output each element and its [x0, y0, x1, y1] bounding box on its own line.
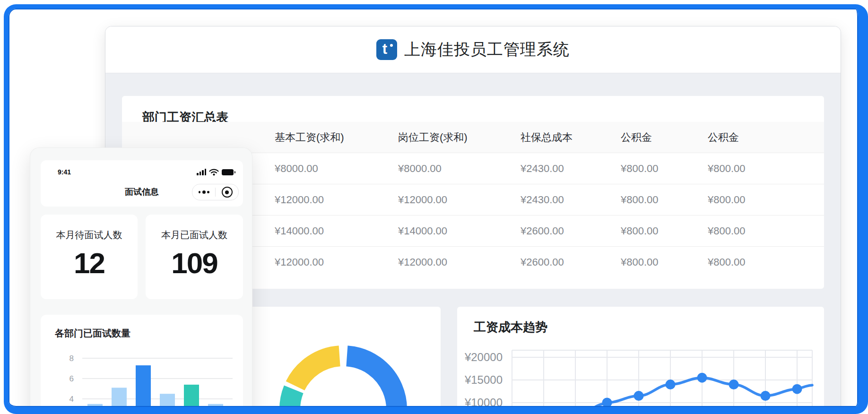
cellular-signal-icon — [197, 169, 206, 175]
department-bar-chart: 864 — [41, 315, 243, 414]
window-title: 上海佳投员工管理系统 — [404, 39, 570, 60]
close-button[interactable] — [216, 184, 238, 200]
table-cell: ¥12000.00 — [275, 184, 324, 215]
table-cell: ¥12000.00 — [275, 247, 324, 277]
stat-value: 109 — [146, 246, 243, 280]
more-button[interactable] — [192, 184, 215, 200]
table-cell: ¥8000.00 — [275, 153, 318, 184]
logo-dot — [390, 44, 393, 47]
table-cell: ¥14000.00 — [398, 216, 447, 246]
table-cell: ¥800.00 — [621, 184, 659, 215]
stat-label: 本月已面试人数 — [146, 229, 243, 242]
column-header: 公积金 — [621, 122, 652, 153]
table-cell: ¥800.00 — [708, 153, 746, 184]
column-header: 基本工资(求和) — [275, 122, 344, 153]
table-cell: ¥800.00 — [708, 247, 746, 277]
column-header: 岗位工资(求和) — [398, 122, 468, 153]
table-cell: ¥2430.00 — [521, 184, 564, 215]
more-dots-icon — [199, 190, 209, 194]
table-cell: ¥2600.00 — [521, 247, 564, 277]
table-cell: ¥800.00 — [708, 216, 746, 246]
table-cell: ¥14000.00 — [275, 216, 324, 246]
table-cell: ¥12000.00 — [398, 247, 447, 277]
svg-text:4: 4 — [69, 395, 74, 404]
phone-status-bar: 9:41 — [41, 166, 243, 179]
svg-text:¥20000: ¥20000 — [464, 351, 503, 363]
wifi-icon — [209, 169, 219, 176]
logo-letter: t — [382, 42, 387, 56]
table-cell: ¥12000.00 — [398, 184, 447, 215]
stat-card-done: 本月已面试人数 109 — [146, 215, 243, 299]
stat-value: 12 — [41, 246, 138, 280]
phone-nav-bar: 面试信息 — [41, 182, 243, 202]
table-title: 部门工资汇总表 — [122, 96, 824, 122]
status-icons — [197, 168, 234, 176]
table-cell: ¥2600.00 — [521, 216, 564, 246]
svg-text:¥10000: ¥10000 — [464, 396, 503, 409]
table-cell: ¥800.00 — [621, 153, 659, 184]
svg-text:¥15000: ¥15000 — [464, 373, 503, 386]
table-cell: ¥2430.00 — [521, 153, 564, 184]
column-header: 公积金 — [708, 122, 739, 153]
miniprogram-capsule[interactable] — [192, 184, 239, 200]
svg-text:8: 8 — [69, 354, 74, 363]
status-time: 9:41 — [58, 168, 71, 176]
department-bar-chart-card: 各部门已面试数量 864 — [41, 315, 243, 414]
phone-header-card: 9:41 面试信息 — [41, 160, 243, 207]
record-dot-icon — [222, 187, 233, 198]
stat-label: 本月待面试人数 — [41, 229, 138, 242]
trend-chart-title: 工资成本趋势 — [474, 319, 547, 336]
trend-chart-card: 工资成本趋势 ¥20000¥15000¥10000 — [457, 307, 824, 414]
column-header: 社保总成本 — [521, 122, 573, 153]
app-logo-icon: t — [376, 39, 397, 60]
window-header: t 上海佳投员工管理系统 — [105, 26, 841, 73]
table-cell: ¥800.00 — [621, 216, 659, 246]
table-cell: ¥8000.00 — [398, 153, 442, 184]
table-cell: ¥800.00 — [621, 247, 659, 277]
table-cell: ¥800.00 — [708, 184, 746, 215]
stat-card-pending: 本月待面试人数 12 — [41, 215, 138, 299]
svg-text:6: 6 — [69, 374, 74, 383]
phone-overlay: 9:41 面试信息 — [30, 147, 252, 414]
battery-icon — [222, 169, 234, 175]
